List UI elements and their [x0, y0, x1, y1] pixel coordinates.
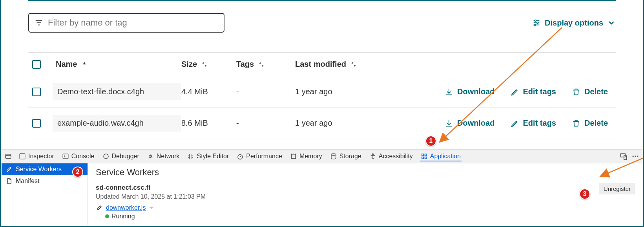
file-tags: - [236, 119, 295, 128]
sort-both-icon [201, 61, 208, 68]
row-checkbox[interactable] [32, 88, 41, 96]
status-dot-icon [105, 214, 109, 218]
col-tags-label: Tags [236, 60, 254, 69]
sort-both-icon [258, 61, 265, 68]
annotation-badge-2: 2 [72, 167, 83, 178]
svg-point-20 [331, 154, 336, 156]
col-size[interactable]: Size [181, 60, 236, 69]
sw-status: Running [105, 213, 635, 220]
tab-label: Performance [246, 153, 282, 160]
tab-console[interactable]: Console [61, 151, 95, 161]
tab-accessibility[interactable]: Accessibility [369, 151, 414, 161]
tab-label: Memory [299, 153, 322, 160]
sort-both-icon [350, 61, 357, 68]
tab-inspector[interactable]: Inspector [18, 151, 55, 161]
chevron-down-icon [607, 18, 616, 27]
tools-icon [5, 166, 13, 173]
svg-line-32 [440, 27, 562, 141]
network-icon [147, 153, 154, 160]
tab-memory[interactable]: Memory [289, 151, 323, 161]
debugger-icon [102, 153, 109, 160]
svg-point-21 [372, 154, 373, 155]
console-icon [62, 153, 69, 160]
memory-icon [290, 153, 297, 160]
svg-point-4 [535, 20, 536, 22]
accessibility-icon [369, 153, 376, 160]
annotation-badge-1: 1 [425, 135, 436, 146]
file-modified: 1 year ago [295, 87, 389, 96]
return-icon [149, 205, 154, 211]
tab-performance[interactable]: Performance [236, 151, 283, 161]
svg-rect-9 [5, 154, 11, 159]
devtools-panel: Inspector Console Debugger Network Style… [2, 149, 642, 225]
tab-label: Console [71, 153, 95, 160]
sw-updated: Updated March 10, 2025 at 1:21:03 PM [96, 193, 635, 200]
sidebar-item-manifest[interactable]: Manifest [2, 175, 88, 187]
svg-rect-12 [63, 154, 68, 159]
trash-icon [572, 88, 580, 96]
tab-label: Network [157, 153, 180, 160]
tab-debugger[interactable]: Debugger [102, 151, 140, 161]
sidebar-item-label: Manifest [16, 178, 39, 185]
sw-worker-link[interactable]: downworker.js [106, 204, 146, 211]
performance-icon [237, 153, 244, 160]
svg-rect-25 [425, 157, 427, 159]
tab-storage[interactable]: Storage [329, 151, 362, 161]
filter-input[interactable] [48, 18, 218, 28]
tab-label: Accessibility [379, 153, 413, 160]
col-modified-label: Last modified [295, 60, 346, 69]
tab-label: Style Editor [197, 153, 229, 160]
svg-rect-23 [425, 154, 427, 156]
tab-network[interactable]: Network [146, 151, 181, 161]
unregister-button[interactable]: Unregister [599, 183, 635, 194]
dock-icon[interactable] [5, 153, 12, 160]
delete-label: Delete [584, 87, 608, 96]
devtools-tabs: Inspector Console Debugger Network Style… [2, 150, 642, 163]
filter-input-wrap[interactable] [28, 13, 224, 33]
delete-button[interactable]: Delete [572, 87, 608, 96]
col-tags[interactable]: Tags [236, 60, 295, 69]
file-size: 8.6 MiB [181, 119, 236, 128]
select-all-checkbox[interactable] [32, 60, 41, 69]
tab-style-editor[interactable]: Style Editor [186, 151, 230, 161]
document-icon [5, 178, 13, 185]
file-size: 4.4 MiB [181, 87, 236, 96]
style-icon [187, 153, 194, 160]
file-name: Demo-text-file.docx.c4gh [53, 83, 181, 100]
sw-title: Service Workers [96, 167, 635, 178]
col-name-label: Name [56, 60, 77, 69]
sw-running-label: Running [111, 213, 135, 220]
svg-rect-11 [20, 154, 25, 159]
svg-rect-24 [422, 157, 424, 159]
file-name: example-audio.wav.c4gh [53, 115, 181, 132]
delete-button[interactable]: Delete [572, 119, 608, 128]
sw-host: sd-connect.csc.fi [96, 184, 635, 192]
svg-rect-22 [422, 154, 424, 156]
annotation-badge-3: 3 [579, 189, 590, 200]
file-tags: - [236, 87, 295, 96]
sw-worker-row: downworker.js [96, 204, 635, 211]
row-checkbox[interactable] [32, 119, 41, 128]
annotation-arrow-3 [593, 157, 644, 181]
application-icon [421, 153, 428, 160]
sidebar-item-label: Service Workers [16, 166, 62, 173]
svg-line-15 [240, 156, 241, 157]
filter-icon [35, 18, 43, 27]
col-modified[interactable]: Last modified [295, 60, 389, 69]
devtools-main: Service Workers sd-connect.csc.fi Update… [88, 163, 642, 225]
tab-application[interactable]: Application [420, 151, 462, 161]
tab-label: Storage [339, 153, 361, 160]
col-size-label: Size [181, 60, 197, 69]
tools-icon [96, 204, 103, 211]
svg-rect-16 [292, 154, 296, 159]
svg-line-34 [601, 158, 644, 176]
tab-label: Debugger [112, 153, 139, 160]
annotation-arrow-1 [432, 24, 566, 145]
file-modified: 1 year ago [295, 119, 389, 128]
tab-label: Inspector [28, 153, 54, 160]
trash-icon [572, 119, 580, 128]
storage-icon [330, 153, 337, 160]
col-name[interactable]: Name [56, 60, 181, 69]
delete-label: Delete [584, 119, 608, 128]
tab-label: Application [430, 153, 461, 160]
